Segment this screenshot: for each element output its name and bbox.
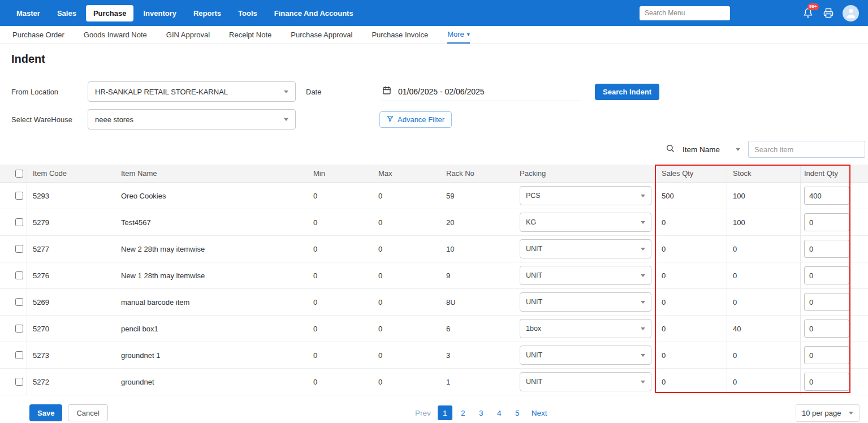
rack-no-cell: 6 xyxy=(443,316,516,342)
packing-select[interactable]: UNIT xyxy=(520,266,651,285)
stock-cell: 0 xyxy=(727,369,800,395)
nav-item-sales[interactable]: Sales xyxy=(50,5,84,21)
search-field-select[interactable]: Item Name xyxy=(683,145,740,154)
main-nav: MasterSalesPurchaseInventoryReportsTools… xyxy=(9,5,361,21)
indent-qty-input[interactable] xyxy=(804,346,849,364)
row-checkbox[interactable] xyxy=(15,325,23,333)
indent-qty-input[interactable] xyxy=(804,266,849,284)
select-all-checkbox[interactable] xyxy=(15,170,23,178)
nav-item-inventory[interactable]: Inventory xyxy=(136,5,184,21)
row-checkbox[interactable] xyxy=(15,271,23,279)
item-name-cell: New 1 28th may itemwise xyxy=(118,262,310,288)
subnav-item-purchase-invoice[interactable]: Purchase Invoice xyxy=(372,26,428,44)
row-checkbox[interactable] xyxy=(15,245,23,253)
row-checkbox[interactable] xyxy=(15,218,23,226)
per-page-select[interactable]: 10 per page xyxy=(796,404,860,422)
packing-value: PCS xyxy=(526,192,541,200)
packing-value: UNIT xyxy=(526,245,542,253)
row-checkbox[interactable] xyxy=(15,298,23,306)
nav-item-tools[interactable]: Tools xyxy=(231,5,265,21)
chevron-down-icon xyxy=(641,248,645,251)
pagination-page-5[interactable]: 5 xyxy=(510,405,525,420)
sales-qty-cell: 0 xyxy=(656,316,727,342)
subnav-item-goods-inward-note[interactable]: Goods Inward Note xyxy=(84,26,147,44)
chevron-down-icon xyxy=(641,301,645,304)
from-location-select[interactable]: HR-SANKALP RETAIL STORE-KARNAL xyxy=(88,81,296,102)
nav-item-reports[interactable]: Reports xyxy=(186,5,228,21)
subnav-item-receipt-note[interactable]: Receipt Note xyxy=(229,26,271,44)
row-checkbox[interactable] xyxy=(15,351,23,359)
subnav-item-purchase-order[interactable]: Purchase Order xyxy=(12,26,64,44)
packing-cell: UNIT xyxy=(516,262,656,288)
max-cell: 0 xyxy=(375,209,443,235)
packing-select[interactable]: UNIT xyxy=(520,372,651,391)
item-search-input[interactable] xyxy=(748,141,865,158)
date-range-value: 01/06/2025 - 02/06/2025 xyxy=(398,87,485,96)
pagination-page-4[interactable]: 4 xyxy=(492,405,507,420)
row-checkbox[interactable] xyxy=(15,192,23,200)
packing-select[interactable]: 1box xyxy=(520,319,651,338)
row-check-cell xyxy=(11,183,27,209)
indent-qty-cell xyxy=(800,183,868,209)
subnav-item-more[interactable]: More▾ xyxy=(447,26,470,44)
pagination-page-3[interactable]: 3 xyxy=(474,405,489,420)
indent-qty-cell xyxy=(800,236,868,262)
save-button[interactable]: Save xyxy=(29,404,62,421)
pagination-page-2[interactable]: 2 xyxy=(456,405,470,420)
warehouse-select[interactable]: neee stores xyxy=(88,109,296,130)
sales-qty-cell: 500 xyxy=(656,183,727,209)
indent-qty-cell xyxy=(800,342,868,368)
date-label: Date xyxy=(306,88,382,96)
row-check-cell xyxy=(11,289,27,315)
indent-qty-input[interactable] xyxy=(804,187,849,205)
max-cell: 0 xyxy=(375,236,443,262)
packing-value: UNIT xyxy=(526,271,542,279)
pagination-page-1[interactable]: 1 xyxy=(438,405,452,420)
packing-select[interactable]: KG xyxy=(520,213,651,232)
select-all-cell xyxy=(11,165,27,182)
packing-select[interactable]: PCS xyxy=(520,186,651,205)
packing-select[interactable]: UNIT xyxy=(520,292,651,312)
chevron-down-icon xyxy=(641,221,645,224)
rack-no-cell: 3 xyxy=(443,342,516,368)
indent-qty-input[interactable] xyxy=(804,320,849,338)
notifications-button[interactable]: 99+ xyxy=(802,7,814,19)
print-button[interactable] xyxy=(823,7,834,19)
menu-search-input[interactable] xyxy=(640,6,730,20)
user-icon xyxy=(845,5,857,21)
top-navbar: MasterSalesPurchaseInventoryReportsTools… xyxy=(0,0,868,26)
max-cell: 0 xyxy=(375,316,443,342)
item-name-cell: Test4567 xyxy=(118,209,310,235)
advance-filter-button[interactable]: Advance Filter xyxy=(379,111,452,128)
subnav-item-purchase-approval[interactable]: Purchase Approval xyxy=(291,26,352,44)
sales-qty-cell: 0 xyxy=(656,209,727,235)
indent-qty-input[interactable] xyxy=(804,240,849,258)
date-range-field[interactable]: 01/06/2025 - 02/06/2025 xyxy=(382,82,581,101)
nav-item-master[interactable]: Master xyxy=(9,5,47,21)
item-code-cell: 5272 xyxy=(27,369,118,395)
pagination-next[interactable]: Next xyxy=(528,407,551,420)
packing-select[interactable]: UNIT xyxy=(520,239,651,258)
row-check-cell xyxy=(11,369,27,395)
item-name-cell: New 2 28th may itemwise xyxy=(118,236,310,262)
subnav-item-gin-approval[interactable]: GIN Approval xyxy=(166,26,210,44)
avatar[interactable] xyxy=(843,5,859,21)
indent-qty-input[interactable] xyxy=(804,293,849,311)
col-header-stock: Stock xyxy=(727,165,800,182)
packing-cell: PCS xyxy=(516,183,656,209)
nav-item-finance-and-accounts[interactable]: Finance And Accounts xyxy=(267,5,361,21)
notification-badge: 99+ xyxy=(807,3,819,10)
nav-item-purchase[interactable]: Purchase xyxy=(86,5,134,21)
search-indent-button[interactable]: Search Indent xyxy=(595,84,659,100)
pagination-prev[interactable]: Prev xyxy=(412,407,434,420)
cancel-button[interactable]: Cancel xyxy=(68,404,107,421)
indent-qty-input[interactable] xyxy=(804,213,849,231)
stock-cell: 100 xyxy=(727,209,800,235)
indent-qty-input[interactable] xyxy=(804,373,849,391)
chevron-down-icon xyxy=(736,148,740,151)
printer-icon xyxy=(823,8,834,18)
chevron-down-icon xyxy=(641,381,645,383)
packing-select[interactable]: UNIT xyxy=(520,346,651,365)
row-checkbox[interactable] xyxy=(15,378,23,386)
packing-cell: UNIT xyxy=(516,369,656,395)
